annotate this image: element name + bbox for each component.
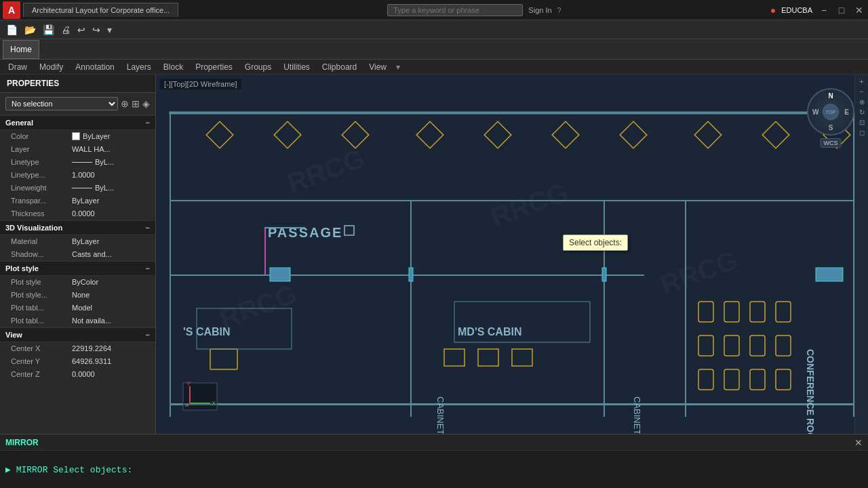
pan-icon[interactable]: ⊕ [859, 98, 865, 106]
save-icon[interactable]: 💾 [41, 23, 56, 37]
view-section-header[interactable]: View − [0, 327, 155, 342]
zoom-in-icon[interactable]: + [859, 77, 863, 85]
properties-icon[interactable]: ▾ [105, 23, 114, 37]
svg-rect-16 [170, 200, 854, 201]
floorplan-svg: RRCG RRCG RRCG RRCG [156, 75, 868, 434]
view-collapse-icon[interactable]: − [146, 331, 150, 339]
color-swatch [72, 132, 80, 140]
menu-properties[interactable]: Properties [190, 61, 238, 73]
autocad-logo: A [3, 1, 20, 19]
prop-plotstyle-row: Plot style ByColor [0, 276, 155, 289]
compass-south: S [829, 124, 833, 131]
menu-tabs: Draw Modify Annotation Layers Block Prop… [0, 60, 868, 75]
prop-transparency-row: Transpar... ByLayer [0, 195, 155, 207]
menu-view[interactable]: View [363, 61, 392, 73]
open-file-icon[interactable]: 📂 [22, 23, 38, 37]
redo-icon[interactable]: ↪ [90, 23, 102, 37]
document-tab[interactable]: Architectural Layout for Corporate offic… [23, 3, 178, 17]
svg-rect-0 [156, 92, 868, 417]
command-text: ▶ MIRROR Select objects: [5, 464, 863, 475]
prop-centery-row: Center Y 64926.9311 [0, 355, 155, 368]
linetype-line [72, 162, 92, 163]
selection-row: No selection ⊕ ⊞ ◈ [0, 93, 155, 115]
svg-rect-19 [410, 200, 412, 417]
menu-groups[interactable]: Groups [239, 61, 277, 73]
svg-rect-28 [270, 268, 290, 281]
svg-rect-29 [409, 268, 413, 281]
command-name: MIRROR [5, 438, 39, 447]
compass-top-circle: TOP [823, 104, 839, 120]
prop-plottable1-row: Plot tabl... Model [0, 302, 155, 314]
menu-clipboard[interactable]: Clipboard [317, 61, 362, 73]
help-icon[interactable]: ? [557, 6, 561, 14]
select-filter-icon[interactable]: ⊞ [132, 98, 140, 109]
menu-block[interactable]: Block [158, 61, 189, 73]
svg-rect-17 [170, 274, 644, 276]
visualization-section-header[interactable]: 3D Visualization − [0, 220, 155, 235]
select-add-icon[interactable]: ⊕ [121, 98, 129, 109]
menu-modify[interactable]: Modify [34, 61, 68, 73]
zoom-out-icon[interactable]: − [860, 88, 864, 96]
svg-rect-26 [264, 227, 266, 274]
svg-rect-21 [685, 200, 686, 417]
menu-annotation[interactable]: Annotation [70, 61, 119, 73]
menu-layers[interactable]: Layers [121, 61, 157, 73]
tab-home[interactable]: Home [3, 40, 39, 59]
prop-linetype-row: Linetype ByL... [0, 156, 155, 169]
viewport[interactable]: [-][Top][2D Wireframe] RRCG RRCG RRCG RR… [156, 75, 868, 434]
sign-in-button[interactable]: Sign In [528, 6, 551, 14]
undo-icon[interactable]: ↩ [75, 23, 87, 37]
command-content: ▶ MIRROR Select objects: [0, 451, 868, 488]
titlebar-left: A Architectural Layout for Corporate off… [0, 1, 178, 19]
svg-rect-30 [602, 268, 606, 281]
window-zoom-icon[interactable]: ◻ [859, 129, 865, 136]
compass-north: N [828, 92, 833, 100]
plotstyle-section-header[interactable]: Plot style − [0, 261, 155, 276]
svg-text:Y: Y [186, 380, 191, 387]
titlebar-tabs: Architectural Layout for Corporate offic… [23, 3, 178, 17]
prop-color-row: Color ByLayer [0, 130, 155, 143]
select-quick-icon[interactable]: ◈ [142, 98, 150, 109]
svg-rect-18 [170, 112, 171, 417]
quick-access-toolbar: 📄 📂 💾 🖨 ↩ ↪ ▾ [0, 20, 868, 39]
svg-text:CABINET: CABINET [632, 396, 642, 434]
command-close-icon[interactable]: ✕ [854, 437, 863, 448]
command-title-bar: MIRROR ✕ [0, 434, 868, 451]
close-button[interactable]: ✕ [850, 1, 868, 19]
svg-text:CABINET: CABINET [435, 396, 446, 434]
extents-icon[interactable]: ⊡ [859, 119, 865, 126]
titlebar-right: ● EDUCBA − □ ✕ [770, 1, 868, 19]
compass-west: W [812, 108, 818, 116]
svg-rect-23 [170, 403, 854, 405]
search-input[interactable] [387, 4, 523, 16]
viz-collapse-icon[interactable]: − [146, 224, 150, 232]
orbit-icon[interactable]: ↻ [859, 108, 865, 116]
prop-thickness-row: Thickness 0.0000 [0, 207, 155, 220]
new-file-icon[interactable]: 📄 [4, 23, 20, 37]
viewport-right-toolbar: + − ⊕ ↻ ⊡ ◻ [854, 75, 868, 434]
menu-draw[interactable]: Draw [3, 61, 33, 73]
brand-label: EDUCBA [781, 6, 812, 14]
compass-east: E [844, 108, 849, 116]
minimize-button[interactable]: − [815, 1, 833, 19]
prop-lineweight-row: Lineweight ByL... [0, 182, 155, 195]
wcs-label: WCS [821, 138, 842, 148]
svg-rect-31 [816, 268, 843, 281]
compass: N S E W TOP WCS [807, 88, 854, 136]
prop-linetypescale-row: Linetype... 1.0000 [0, 169, 155, 182]
plot-collapse-icon[interactable]: − [146, 264, 150, 272]
window-controls: − □ ✕ [815, 1, 868, 19]
menu-utilities[interactable]: Utilities [278, 61, 315, 73]
general-collapse-icon[interactable]: − [146, 119, 150, 127]
maximize-button[interactable]: □ [833, 1, 850, 19]
menu-expand-icon[interactable]: ▾ [396, 62, 400, 72]
svg-text:CONFERENCE ROOM: CONFERENCE ROOM [805, 349, 816, 434]
titlebar: A Architectural Layout for Corporate off… [0, 0, 868, 20]
prop-material-row: Material ByLayer [0, 235, 155, 248]
selection-dropdown[interactable]: No selection [5, 97, 118, 110]
prop-shadow-row: Shadow... Casts and... [0, 248, 155, 261]
prop-plottable2-row: Plot tabl... Not availa... [0, 314, 155, 327]
general-section-header[interactable]: General − [0, 115, 155, 130]
print-icon[interactable]: 🖨 [59, 23, 73, 37]
prop-layer-row: Layer WALL HA... [0, 143, 155, 156]
